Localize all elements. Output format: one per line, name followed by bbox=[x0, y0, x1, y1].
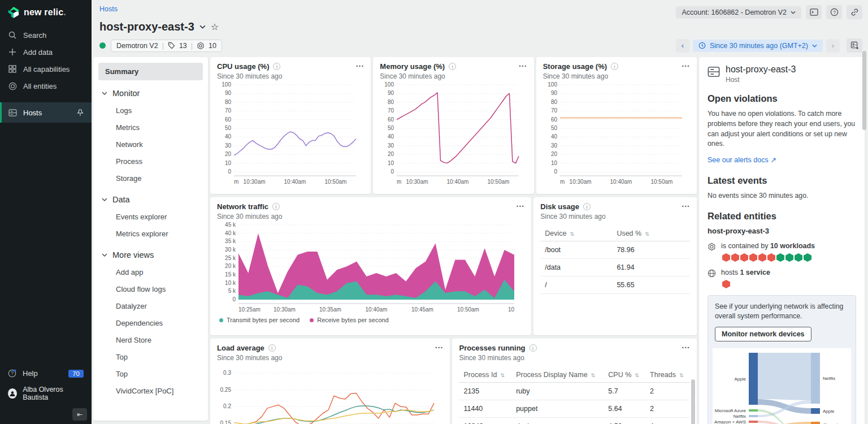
sidebar-item-hosts[interactable]: Hosts bbox=[0, 102, 92, 123]
legend-item[interactable]: Transmit bytes per second bbox=[219, 317, 300, 323]
storage-usage-chart[interactable]: 1009080706050403020100m10:30am10:40am10:… bbox=[543, 80, 687, 187]
permalink-button[interactable] bbox=[847, 5, 862, 19]
subnav-item[interactable]: Cloud flow logs bbox=[98, 280, 203, 297]
legend-item[interactable]: Receive bytes per second bbox=[310, 317, 389, 323]
card-menu-button[interactable]: ... bbox=[682, 341, 690, 350]
info-icon[interactable]: i bbox=[268, 344, 276, 352]
add-to-dashboard-button[interactable] bbox=[847, 38, 862, 53]
alerts-docs-link[interactable]: See our alerts docs ↗ bbox=[708, 156, 776, 164]
table-row[interactable]: 11440puppet5.642 bbox=[459, 400, 690, 418]
sidebar-item-all-entities[interactable]: All entities bbox=[0, 77, 92, 94]
subnav-item[interactable]: Metrics explorer bbox=[98, 225, 203, 242]
subnav-item[interactable]: VividCortex [PoC] bbox=[98, 382, 203, 399]
subnav-item[interactable]: Metrics bbox=[98, 119, 203, 136]
monitor-network-devices-button[interactable]: Monitor network devices bbox=[715, 327, 811, 341]
title-chevron-icon[interactable] bbox=[199, 25, 206, 29]
network-traffic-chart[interactable]: 45 k40 k35 k30 k25 k20 k15 k10 k5 k010:2… bbox=[217, 220, 519, 314]
info-icon[interactable]: i bbox=[583, 203, 591, 210]
entity-meta-chip[interactable]: Demotron V2 | 13 | 10 bbox=[111, 40, 222, 52]
info-icon[interactable]: i bbox=[273, 63, 280, 70]
column-header[interactable]: Threads⇅ bbox=[645, 367, 690, 383]
collapse-sidebar-button[interactable]: ⇤ bbox=[72, 408, 87, 421]
subnav-item[interactable]: Process bbox=[98, 153, 203, 170]
sidebar-item-add-data[interactable]: Add data bbox=[0, 44, 92, 60]
time-forward-button[interactable]: › bbox=[826, 39, 840, 53]
account-selector[interactable]: Account: 1606862 - Demotron V2 bbox=[676, 6, 801, 19]
subnav-item[interactable]: Nerd Store bbox=[98, 331, 203, 348]
sankey-node[interactable] bbox=[811, 408, 820, 414]
sankey-node[interactable] bbox=[749, 421, 758, 423]
column-header[interactable]: Process Display Name⇅ bbox=[511, 367, 604, 383]
entity-hexagon-red[interactable] bbox=[722, 280, 730, 288]
column-header[interactable]: Used %⇅ bbox=[612, 226, 690, 241]
service-hexagons[interactable] bbox=[708, 280, 856, 288]
card-menu-button[interactable]: ... bbox=[682, 59, 690, 68]
subnav-item[interactable]: Storage bbox=[98, 170, 203, 187]
table-row[interactable]: 12343docker4.594 bbox=[459, 418, 690, 424]
table-row[interactable]: 2135ruby5.72 bbox=[459, 383, 690, 400]
query-console-button[interactable] bbox=[806, 5, 822, 19]
info-icon[interactable]: i bbox=[530, 344, 537, 352]
info-icon[interactable]: i bbox=[272, 203, 280, 210]
subnav-item[interactable]: Events explorer bbox=[98, 208, 203, 225]
column-header[interactable]: Process Id⇅ bbox=[459, 367, 511, 383]
memory-usage-chart[interactable]: 1009080706050403020100m10:30am10:40am10:… bbox=[380, 80, 523, 187]
latest-events-body: No events since 30 minutes ago. bbox=[708, 191, 856, 201]
subnav-item[interactable]: Top bbox=[98, 348, 203, 365]
sidebar-item-search[interactable]: Search bbox=[0, 27, 92, 44]
subnav-item[interactable]: Logs bbox=[98, 102, 203, 119]
entity-hexagon-green[interactable] bbox=[785, 253, 793, 262]
time-picker[interactable]: Since 30 minutes ago (GMT+2) bbox=[693, 40, 823, 52]
subnav-group-header[interactable]: Data bbox=[98, 187, 203, 208]
column-header[interactable]: Device⇅ bbox=[540, 226, 612, 241]
new-relic-logo[interactable]: new relic. bbox=[0, 0, 92, 27]
card-menu-button[interactable]: ... bbox=[517, 200, 525, 209]
card-menu-button[interactable]: ... bbox=[682, 200, 690, 209]
help-button[interactable]: ? bbox=[826, 5, 842, 19]
breadcrumb[interactable]: Hosts bbox=[99, 5, 118, 13]
sankey-node[interactable] bbox=[749, 415, 758, 417]
subnav-group-header[interactable]: More views bbox=[98, 242, 203, 263]
entity-hexagon-red[interactable] bbox=[767, 253, 775, 262]
sankey-node[interactable] bbox=[811, 422, 820, 424]
column-header[interactable]: CPU %⇅ bbox=[604, 367, 645, 383]
subnav-item[interactable]: Dependencies bbox=[98, 314, 203, 331]
card-menu-button[interactable]: ... bbox=[356, 59, 364, 68]
sidebar-item-all-capabilities[interactable]: All capabilities bbox=[0, 60, 92, 77]
entity-hexagon-red[interactable] bbox=[722, 253, 730, 262]
info-icon[interactable]: i bbox=[449, 63, 456, 70]
entity-hexagon-red[interactable] bbox=[758, 253, 766, 262]
user-menu[interactable]: Alba Olveros Bautista bbox=[0, 382, 92, 407]
panel-scrollbar[interactable] bbox=[862, 51, 866, 130]
entity-hexagon-red[interactable] bbox=[740, 253, 748, 262]
workload-hexagons[interactable] bbox=[708, 253, 856, 262]
sankey-node[interactable] bbox=[749, 409, 758, 412]
card-menu-button[interactable]: ... bbox=[519, 59, 527, 68]
sankey-node[interactable] bbox=[811, 353, 820, 404]
table-row[interactable]: /boot78.96 bbox=[540, 241, 690, 259]
entity-hexagon-green[interactable] bbox=[795, 253, 802, 262]
info-icon[interactable]: i bbox=[611, 63, 618, 70]
cpu-usage-chart[interactable]: 1009080706050403020100m10:30am10:40am10:… bbox=[217, 80, 361, 187]
subnav-item[interactable]: Add app bbox=[98, 263, 203, 280]
load-average-chart[interactable]: 0.30.250.20.150.10.05 bbox=[217, 362, 439, 424]
favorite-star-icon[interactable]: ☆ bbox=[211, 21, 219, 32]
sidebar-item-help[interactable]: ? Help 70 bbox=[0, 365, 92, 382]
subnav-group-header[interactable]: Monitor bbox=[98, 80, 203, 102]
subnav-item-summary[interactable]: Summary bbox=[98, 63, 203, 80]
entity-hexagon-green[interactable] bbox=[804, 253, 811, 262]
entity-hexagon-red[interactable] bbox=[731, 253, 739, 262]
subnav-item[interactable]: Network bbox=[98, 136, 203, 153]
card-menu-button[interactable]: ... bbox=[435, 341, 444, 350]
table-row[interactable]: /55.65 bbox=[540, 276, 690, 294]
time-back-button[interactable]: ‹ bbox=[676, 39, 689, 53]
subnav-item[interactable]: Top bbox=[98, 365, 203, 382]
avatar bbox=[8, 388, 17, 399]
entity-hexagon-green[interactable] bbox=[776, 253, 784, 262]
pin-icon[interactable] bbox=[77, 109, 84, 116]
subnav-item[interactable]: Datalyzer bbox=[98, 297, 203, 314]
sankey-node[interactable] bbox=[749, 353, 758, 405]
entity-hexagon-red[interactable] bbox=[749, 253, 757, 262]
table-scrollbar[interactable] bbox=[691, 379, 695, 424]
table-row[interactable]: /data61.94 bbox=[540, 259, 690, 276]
